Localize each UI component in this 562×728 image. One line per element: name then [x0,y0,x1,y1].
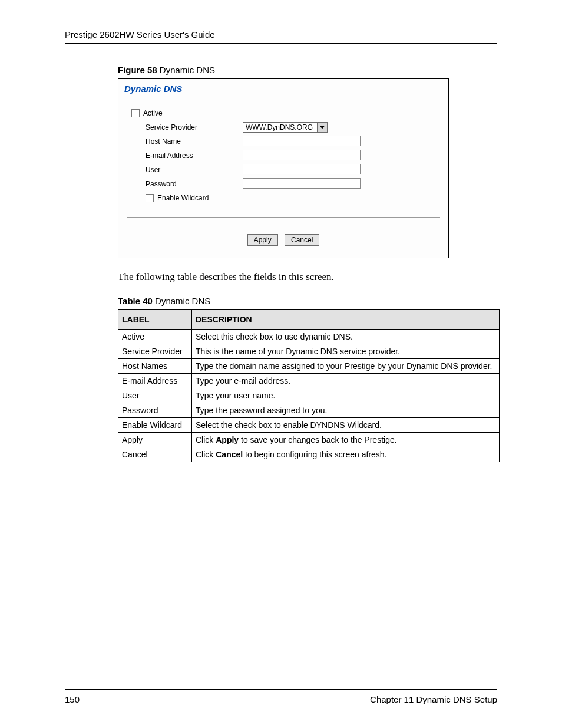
user-label: User [146,166,243,174]
description-table: LABEL DESCRIPTION ActiveSelect this chec… [118,309,500,462]
host-name-input[interactable] [243,136,361,146]
table-row: UserType your user name. [118,388,500,403]
cell-label: Apply [118,433,192,447]
panel-title: Dynamic DNS [118,79,448,101]
th-label: LABEL [118,310,192,330]
chapter-label: Chapter 11 Dynamic DNS Setup [370,694,497,704]
intro-text: The following table describes the fields… [118,271,497,283]
cell-description: Type your user name. [192,388,500,403]
figure-caption: Figure 58 Dynamic DNS [118,65,497,75]
table-row: Enable WildcardSelect the check box to e… [118,418,500,433]
password-input[interactable] [243,178,361,189]
table-row: PasswordType the password assigned to yo… [118,403,500,418]
enable-wildcard-label: Enable Wildcard [157,194,209,202]
cell-description: Select this check box to use dynamic DNS… [192,330,500,344]
page-footer: 150 Chapter 11 Dynamic DNS Setup [65,689,497,704]
cell-label: Password [118,403,192,418]
service-provider-label: Service Provider [146,123,243,131]
cell-description: Select the check box to enable DYNDNS Wi… [192,418,500,433]
cell-description: Click Apply to save your changes back to… [192,433,500,447]
figure-caption-title: Dynamic DNS [157,65,215,75]
cell-label: Active [118,330,192,344]
cell-label: Cancel [118,447,192,462]
table-row: E-mail AddressType your e-mail address. [118,374,500,388]
chevron-down-icon [317,123,327,132]
dynamic-dns-panel: Dynamic DNS Active Service Provider WWW.… [118,78,449,258]
cell-label: User [118,388,192,403]
host-name-label: Host Name [146,137,243,146]
table-caption-number: Table 40 [118,296,153,306]
cell-label: Host Names [118,359,192,374]
cell-label: Service Provider [118,344,192,359]
table-row: ActiveSelect this check box to use dynam… [118,330,500,344]
table-caption-title: Dynamic DNS [153,296,210,306]
table-row: Host NamesType the domain name assigned … [118,359,500,374]
th-description: DESCRIPTION [192,310,500,330]
svg-marker-0 [320,126,325,129]
cell-label: Enable Wildcard [118,418,192,433]
cancel-button[interactable]: Cancel [285,234,319,246]
cell-description: Click Cancel to begin configuring this s… [192,447,500,462]
table-caption: Table 40 Dynamic DNS [118,296,497,306]
service-provider-select[interactable]: WWW.DynDNS.ORG [243,122,328,133]
cell-description: Type the domain name assigned to your Pr… [192,359,500,374]
cell-description: Type the password assigned to you. [192,403,500,418]
password-label: Password [146,180,243,188]
email-input[interactable] [243,150,361,160]
page-number: 150 [65,694,80,704]
service-provider-value: WWW.DynDNS.ORG [243,123,317,131]
enable-wildcard-checkbox[interactable] [146,194,154,202]
active-label: Active [143,109,163,117]
cell-label: E-mail Address [118,374,192,388]
table-row: Service ProviderThis is the name of your… [118,344,500,359]
user-input[interactable] [243,164,361,174]
apply-button[interactable]: Apply [247,234,278,246]
table-row: ApplyClick Apply to save your changes ba… [118,433,500,447]
divider [127,101,440,101]
cell-description: This is the name of your Dynamic DNS ser… [192,344,500,359]
table-row: CancelClick Cancel to begin configuring … [118,447,500,462]
active-checkbox[interactable] [131,109,140,117]
cell-description: Type your e-mail address. [192,374,500,388]
email-label: E-mail Address [146,151,243,160]
divider [127,217,440,218]
figure-caption-number: Figure 58 [118,65,157,75]
running-header: Prestige 2602HW Series User's Guide [65,29,497,44]
